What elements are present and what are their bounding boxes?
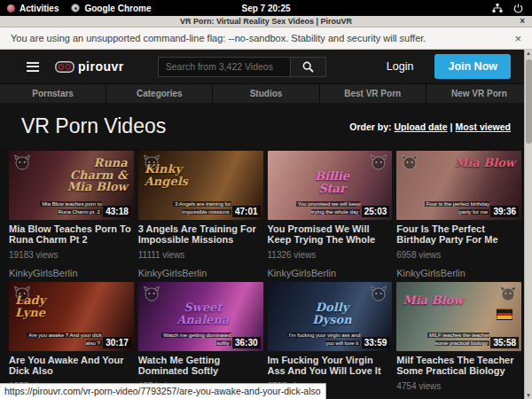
scrollbar-thumb[interactable] bbox=[526, 59, 532, 144]
video-card[interactable]: Dolly Dyson I'm fucking your virgin ass … bbox=[268, 282, 393, 399]
video-thumbnail[interactable]: Mia Blow Four is the perfect birthday pa… bbox=[396, 151, 521, 220]
scrollbar-up-icon[interactable]: ▲ bbox=[525, 51, 532, 56]
video-duration-badge: 39:36 bbox=[490, 206, 519, 217]
tab-title: VR Porn: Virtual Reality Sex Videos | Pi… bbox=[180, 17, 352, 26]
video-thumbnail[interactable]: Kinky Angels 3 Angels are training for i… bbox=[138, 151, 263, 220]
system-clock[interactable]: Sep 7 20:25 bbox=[0, 4, 532, 13]
thumbnail-caption: Watch me getting dominated softly bbox=[156, 332, 231, 348]
studio-cat-mask-icon bbox=[370, 154, 387, 170]
thumbnail-caption: Four is the perfect birthday party for m… bbox=[414, 200, 489, 216]
site-header: pirouvr Login Join Now bbox=[0, 50, 532, 83]
window-close-icon[interactable]: × bbox=[520, 16, 525, 26]
nav-item-categories[interactable]: Categories bbox=[106, 84, 212, 103]
site-logo[interactable]: pirouvr bbox=[55, 59, 124, 74]
video-thumbnail[interactable]: Billie Star You promised we will keep tr… bbox=[268, 151, 393, 220]
studio-cat-mask-icon bbox=[401, 154, 419, 170]
video-card[interactable]: Mia Blow MILF teaches the teacher some p… bbox=[396, 282, 521, 399]
studio-cat-mask-icon bbox=[499, 286, 517, 301]
thumbnail-performer-name: Dolly Dyson bbox=[301, 301, 364, 325]
video-thumbnail[interactable]: Mia Blow MILF teaches the teacher some p… bbox=[396, 282, 521, 351]
video-card[interactable]: Runa Charm & Mia Blow Mia Blow teaches p… bbox=[9, 151, 134, 278]
order-by-upload-date-link[interactable]: Upload date bbox=[395, 121, 448, 132]
video-title[interactable]: Milf Teaches The Teacher Some Practical … bbox=[396, 355, 521, 377]
search-icon bbox=[302, 61, 314, 73]
nav-item-pornstars[interactable]: Pornstars bbox=[0, 84, 106, 103]
system-top-bar: Activities Google Chrome Sep 7 20:25 bbox=[0, 0, 532, 16]
browser-scrollbar[interactable]: ▲ ▼ bbox=[524, 50, 532, 399]
scrollbar-down-icon[interactable]: ▼ bbox=[525, 393, 532, 398]
video-thumbnail[interactable]: Lady Lyne Are you awake ? And your dick … bbox=[9, 282, 134, 351]
join-now-button[interactable]: Join Now bbox=[434, 54, 511, 79]
video-grid: Runa Charm & Mia Blow Mia Blow teaches p… bbox=[9, 151, 521, 399]
video-studio-link[interactable]: KinkyGirlsBerlin bbox=[268, 268, 393, 278]
video-title[interactable]: Four Is The Perfect Birthday Party For M… bbox=[396, 223, 521, 246]
video-thumbnail[interactable]: Sweet Analena Watch me getting dominated… bbox=[138, 282, 263, 351]
video-duration-badge: 33:59 bbox=[362, 337, 390, 348]
video-duration-badge: 25:03 bbox=[362, 206, 390, 217]
thumbnail-performer-name: Mia Blow bbox=[403, 294, 463, 307]
search-input[interactable] bbox=[158, 57, 291, 77]
order-by-controls: Order by: Upload date|Most viewed bbox=[349, 121, 511, 132]
browser-title-bar: VR Porn: Virtual Reality Sex Videos | Pi… bbox=[0, 16, 532, 27]
warning-text: You are using an unsupported command-lin… bbox=[11, 33, 426, 43]
video-duration-badge: 30:17 bbox=[103, 337, 131, 348]
thumbnail-performer-name: Mia Blow bbox=[455, 157, 515, 169]
warning-close-icon[interactable]: × bbox=[514, 32, 521, 45]
video-title[interactable]: You Promised We Will Keep Trying The Who… bbox=[268, 223, 393, 246]
video-duration-badge: 43:18 bbox=[103, 206, 131, 217]
browser-viewport: pirouvr Login Join Now Pornstars Categor… bbox=[0, 50, 532, 399]
thumbnail-caption: I'm fucking your virgin ass and you will… bbox=[285, 332, 360, 348]
video-views: 19183 views bbox=[9, 250, 134, 260]
chrome-warning-bar: You are using an unsupported command-lin… bbox=[0, 27, 532, 50]
thumbnail-caption: Mia Blow teaches porn to Runa Charm pt. … bbox=[27, 200, 102, 216]
video-duration-badge: 36:30 bbox=[232, 337, 261, 348]
main-navigation: Pornstars Categories Studios Best VR Por… bbox=[0, 83, 532, 103]
thumbnail-performer-name: Kinky Angels bbox=[145, 163, 207, 187]
video-duration-badge: 35:58 bbox=[490, 337, 519, 348]
thumbnail-performer-name: Billie Star bbox=[301, 170, 364, 194]
thumbnail-caption: 3 Angels are training for impossible mis… bbox=[156, 200, 231, 216]
network-icon[interactable] bbox=[492, 4, 503, 13]
hamburger-menu-icon[interactable] bbox=[27, 62, 39, 72]
video-views: 11326 views bbox=[268, 250, 393, 260]
search-button[interactable] bbox=[291, 57, 326, 77]
video-card[interactable]: Lady Lyne Are you awake ? And your dick … bbox=[9, 282, 134, 399]
login-link[interactable]: Login bbox=[387, 60, 414, 73]
video-duration-badge: 47:01 bbox=[232, 206, 261, 217]
video-card[interactable]: Mia Blow Four is the perfect birthday pa… bbox=[396, 151, 521, 278]
order-by-most-viewed-link[interactable]: Most viewed bbox=[456, 121, 511, 132]
video-views: 11111 views bbox=[138, 250, 263, 260]
page-title: VR Porn Videos bbox=[21, 114, 166, 138]
video-card[interactable]: Kinky Angels 3 Angels are training for i… bbox=[138, 151, 263, 278]
thumbnail-caption: You promised we will keep trying the who… bbox=[285, 200, 360, 216]
vr-goggles-icon bbox=[55, 61, 74, 73]
thumbnail-caption: Are you awake ? And your dick also ? bbox=[27, 332, 102, 348]
thumbnail-caption: MILF teaches the teacher some practical … bbox=[414, 332, 489, 348]
video-thumbnail[interactable]: Dolly Dyson I'm fucking your virgin ass … bbox=[268, 282, 393, 351]
video-card[interactable]: Sweet Analena Watch me getting dominated… bbox=[138, 282, 263, 399]
video-title[interactable]: Im Fucking Your Virgin Ass And You Will … bbox=[268, 355, 393, 377]
video-views: 6958 views bbox=[396, 250, 521, 260]
video-studio-link[interactable]: KinkyGirlsBerlin bbox=[9, 268, 134, 278]
video-title[interactable]: 3 Angels Are Training For Impossible Mis… bbox=[138, 223, 263, 246]
nav-item-studios[interactable]: Studios bbox=[212, 84, 318, 103]
status-bar-url: https://pirouvr.com/vr-porn-video/779325… bbox=[0, 383, 326, 399]
video-title[interactable]: Mia Blow Teaches Porn To Runa Charm Pt 2 bbox=[9, 223, 134, 246]
nav-item-new-vr-porn[interactable]: New VR Porn bbox=[426, 84, 532, 103]
thumbnail-performer-name: Runa Charm & Mia Blow bbox=[66, 157, 128, 193]
studio-cat-mask-icon bbox=[143, 286, 160, 301]
video-views: 4754 views bbox=[396, 381, 521, 391]
video-title[interactable]: Watch Me Getting Dominated Softly bbox=[138, 355, 263, 377]
thumbnail-performer-name: Sweet Analena bbox=[172, 301, 234, 325]
site-logo-text: pirouvr bbox=[78, 59, 124, 74]
video-title[interactable]: Are You Awake And Your Dick Also bbox=[9, 355, 134, 377]
nav-item-best-vr-porn[interactable]: Best VR Porn bbox=[319, 84, 426, 103]
order-by-label: Order by: bbox=[349, 121, 391, 132]
video-studio-link[interactable]: KinkyGirlsBerlin bbox=[138, 268, 263, 278]
video-studio-link[interactable]: KinkyGirlsBerlin bbox=[396, 268, 521, 278]
thumbnail-performer-name: Lady Lyne bbox=[15, 294, 77, 318]
video-thumbnail[interactable]: Runa Charm & Mia Blow Mia Blow teaches p… bbox=[9, 151, 134, 220]
power-icon[interactable] bbox=[513, 4, 523, 13]
video-card[interactable]: Billie Star You promised we will keep tr… bbox=[268, 151, 393, 278]
studio-cat-mask-icon bbox=[13, 154, 31, 170]
